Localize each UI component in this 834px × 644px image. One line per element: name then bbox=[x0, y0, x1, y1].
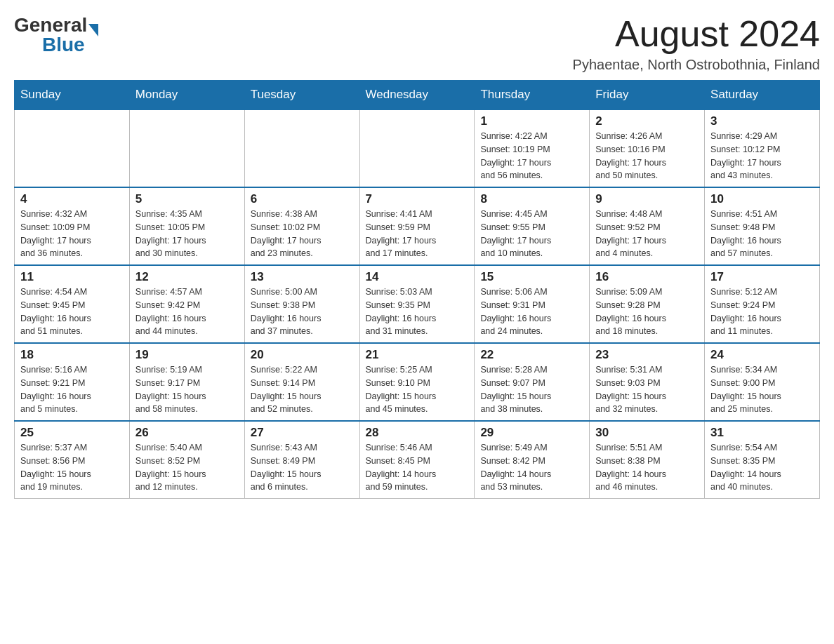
week-row-1: 1Sunrise: 4:22 AMSunset: 10:19 PMDayligh… bbox=[15, 109, 820, 187]
day-info: Sunrise: 4:32 AMSunset: 10:09 PMDaylight… bbox=[20, 208, 124, 260]
month-title: August 2024 bbox=[573, 14, 820, 54]
day-info: Sunrise: 5:49 AMSunset: 8:42 PMDaylight:… bbox=[480, 441, 583, 494]
calendar-cell: 12Sunrise: 4:57 AMSunset: 9:42 PMDayligh… bbox=[129, 265, 244, 343]
day-info: Sunrise: 5:37 AMSunset: 8:56 PMDaylight:… bbox=[20, 441, 124, 494]
weekday-header-row: Sunday Monday Tuesday Wednesday Thursday… bbox=[15, 81, 820, 110]
day-info: Sunrise: 5:19 AMSunset: 9:17 PMDaylight:… bbox=[135, 363, 239, 416]
day-number: 23 bbox=[595, 348, 699, 362]
header-sunday: Sunday bbox=[15, 81, 130, 110]
day-info: Sunrise: 4:22 AMSunset: 10:19 PMDaylight… bbox=[480, 130, 583, 182]
calendar-cell: 13Sunrise: 5:00 AMSunset: 9:38 PMDayligh… bbox=[244, 265, 359, 343]
day-number: 29 bbox=[480, 426, 583, 440]
day-number: 16 bbox=[595, 270, 699, 284]
calendar-cell: 26Sunrise: 5:40 AMSunset: 8:52 PMDayligh… bbox=[129, 421, 244, 499]
calendar-cell: 29Sunrise: 5:49 AMSunset: 8:42 PMDayligh… bbox=[475, 421, 590, 499]
day-number: 19 bbox=[135, 348, 239, 362]
day-info: Sunrise: 5:16 AMSunset: 9:21 PMDaylight:… bbox=[20, 363, 124, 416]
day-info: Sunrise: 5:06 AMSunset: 9:31 PMDaylight:… bbox=[480, 286, 583, 338]
calendar-cell: 14Sunrise: 5:03 AMSunset: 9:35 PMDayligh… bbox=[359, 265, 475, 343]
day-info: Sunrise: 5:09 AMSunset: 9:28 PMDaylight:… bbox=[595, 286, 699, 338]
logo: General Blue bbox=[14, 14, 98, 56]
day-number: 24 bbox=[710, 348, 814, 362]
day-info: Sunrise: 5:03 AMSunset: 9:35 PMDaylight:… bbox=[366, 286, 469, 338]
calendar-cell: 6Sunrise: 4:38 AMSunset: 10:02 PMDayligh… bbox=[244, 187, 359, 265]
header-wednesday: Wednesday bbox=[359, 81, 475, 110]
day-info: Sunrise: 5:28 AMSunset: 9:07 PMDaylight:… bbox=[480, 363, 583, 416]
calendar-cell: 4Sunrise: 4:32 AMSunset: 10:09 PMDayligh… bbox=[15, 187, 130, 265]
day-info: Sunrise: 5:25 AMSunset: 9:10 PMDaylight:… bbox=[366, 363, 469, 416]
calendar-cell: 15Sunrise: 5:06 AMSunset: 9:31 PMDayligh… bbox=[475, 265, 590, 343]
header-saturday: Saturday bbox=[705, 81, 820, 110]
calendar-cell: 3Sunrise: 4:29 AMSunset: 10:12 PMDayligh… bbox=[705, 109, 820, 187]
title-section: August 2024 Pyhaentae, North Ostrobothni… bbox=[573, 14, 820, 73]
calendar-cell: 21Sunrise: 5:25 AMSunset: 9:10 PMDayligh… bbox=[359, 343, 475, 421]
header-friday: Friday bbox=[590, 81, 705, 110]
day-number: 4 bbox=[20, 192, 124, 206]
day-number: 8 bbox=[480, 192, 583, 206]
day-number: 13 bbox=[251, 270, 354, 284]
calendar-cell: 18Sunrise: 5:16 AMSunset: 9:21 PMDayligh… bbox=[15, 343, 130, 421]
calendar-cell: 23Sunrise: 5:31 AMSunset: 9:03 PMDayligh… bbox=[590, 343, 705, 421]
calendar-cell: 30Sunrise: 5:51 AMSunset: 8:38 PMDayligh… bbox=[590, 421, 705, 499]
day-info: Sunrise: 5:51 AMSunset: 8:38 PMDaylight:… bbox=[595, 441, 699, 494]
day-number: 28 bbox=[366, 426, 469, 440]
day-number: 26 bbox=[135, 426, 239, 440]
week-row-4: 18Sunrise: 5:16 AMSunset: 9:21 PMDayligh… bbox=[15, 343, 820, 421]
day-info: Sunrise: 5:12 AMSunset: 9:24 PMDaylight:… bbox=[710, 286, 814, 338]
day-number: 3 bbox=[710, 114, 814, 128]
day-number: 12 bbox=[135, 270, 239, 284]
day-info: Sunrise: 4:57 AMSunset: 9:42 PMDaylight:… bbox=[135, 286, 239, 338]
calendar-table: Sunday Monday Tuesday Wednesday Thursday… bbox=[14, 80, 820, 499]
calendar-cell: 27Sunrise: 5:43 AMSunset: 8:49 PMDayligh… bbox=[244, 421, 359, 499]
day-info: Sunrise: 5:54 AMSunset: 8:35 PMDaylight:… bbox=[710, 441, 814, 494]
day-number: 27 bbox=[251, 426, 354, 440]
day-number: 21 bbox=[366, 348, 469, 362]
day-info: Sunrise: 4:29 AMSunset: 10:12 PMDaylight… bbox=[710, 130, 814, 182]
location-title: Pyhaentae, North Ostrobothnia, Finland bbox=[573, 57, 820, 73]
day-info: Sunrise: 5:31 AMSunset: 9:03 PMDaylight:… bbox=[595, 363, 699, 416]
calendar-cell: 11Sunrise: 4:54 AMSunset: 9:45 PMDayligh… bbox=[15, 265, 130, 343]
day-number: 2 bbox=[595, 114, 699, 128]
week-row-3: 11Sunrise: 4:54 AMSunset: 9:45 PMDayligh… bbox=[15, 265, 820, 343]
calendar-cell bbox=[129, 109, 244, 187]
header-thursday: Thursday bbox=[475, 81, 590, 110]
calendar-cell: 17Sunrise: 5:12 AMSunset: 9:24 PMDayligh… bbox=[705, 265, 820, 343]
calendar-cell: 8Sunrise: 4:45 AMSunset: 9:55 PMDaylight… bbox=[475, 187, 590, 265]
day-info: Sunrise: 4:51 AMSunset: 9:48 PMDaylight:… bbox=[710, 208, 814, 260]
day-number: 7 bbox=[366, 192, 469, 206]
day-number: 6 bbox=[251, 192, 354, 206]
calendar-cell bbox=[15, 109, 130, 187]
calendar-cell: 25Sunrise: 5:37 AMSunset: 8:56 PMDayligh… bbox=[15, 421, 130, 499]
calendar-cell: 22Sunrise: 5:28 AMSunset: 9:07 PMDayligh… bbox=[475, 343, 590, 421]
calendar-cell: 20Sunrise: 5:22 AMSunset: 9:14 PMDayligh… bbox=[244, 343, 359, 421]
day-number: 1 bbox=[480, 114, 583, 128]
day-number: 20 bbox=[251, 348, 354, 362]
day-info: Sunrise: 4:45 AMSunset: 9:55 PMDaylight:… bbox=[480, 208, 583, 260]
calendar-cell: 1Sunrise: 4:22 AMSunset: 10:19 PMDayligh… bbox=[475, 109, 590, 187]
day-info: Sunrise: 4:38 AMSunset: 10:02 PMDaylight… bbox=[251, 208, 354, 260]
day-number: 30 bbox=[595, 426, 699, 440]
calendar-cell: 28Sunrise: 5:46 AMSunset: 8:45 PMDayligh… bbox=[359, 421, 475, 499]
day-info: Sunrise: 5:34 AMSunset: 9:00 PMDaylight:… bbox=[710, 363, 814, 416]
calendar-cell: 31Sunrise: 5:54 AMSunset: 8:35 PMDayligh… bbox=[705, 421, 820, 499]
day-info: Sunrise: 5:43 AMSunset: 8:49 PMDaylight:… bbox=[251, 441, 354, 494]
day-info: Sunrise: 5:40 AMSunset: 8:52 PMDaylight:… bbox=[135, 441, 239, 494]
week-row-5: 25Sunrise: 5:37 AMSunset: 8:56 PMDayligh… bbox=[15, 421, 820, 499]
calendar-cell: 9Sunrise: 4:48 AMSunset: 9:52 PMDaylight… bbox=[590, 187, 705, 265]
day-number: 18 bbox=[20, 348, 124, 362]
calendar-cell bbox=[359, 109, 475, 187]
day-info: Sunrise: 5:46 AMSunset: 8:45 PMDaylight:… bbox=[366, 441, 469, 494]
calendar-cell: 16Sunrise: 5:09 AMSunset: 9:28 PMDayligh… bbox=[590, 265, 705, 343]
day-number: 15 bbox=[480, 270, 583, 284]
day-info: Sunrise: 4:54 AMSunset: 9:45 PMDaylight:… bbox=[20, 286, 124, 338]
day-info: Sunrise: 4:41 AMSunset: 9:59 PMDaylight:… bbox=[366, 208, 469, 260]
calendar-cell bbox=[244, 109, 359, 187]
day-info: Sunrise: 5:00 AMSunset: 9:38 PMDaylight:… bbox=[251, 286, 354, 338]
day-info: Sunrise: 4:48 AMSunset: 9:52 PMDaylight:… bbox=[595, 208, 699, 260]
header-monday: Monday bbox=[129, 81, 244, 110]
day-number: 5 bbox=[135, 192, 239, 206]
day-number: 25 bbox=[20, 426, 124, 440]
calendar-cell: 5Sunrise: 4:35 AMSunset: 10:05 PMDayligh… bbox=[129, 187, 244, 265]
day-number: 31 bbox=[710, 426, 814, 440]
day-info: Sunrise: 4:26 AMSunset: 10:16 PMDaylight… bbox=[595, 130, 699, 182]
